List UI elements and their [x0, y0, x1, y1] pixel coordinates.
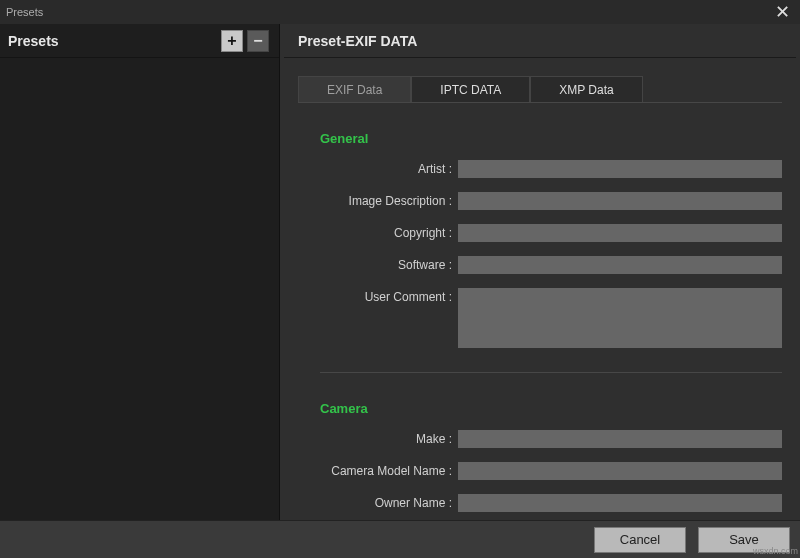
tab-label: EXIF Data	[327, 83, 382, 97]
tab-label: XMP Data	[559, 83, 613, 97]
label-software: Software :	[298, 256, 458, 272]
label-owner-name: Owner Name :	[298, 494, 458, 510]
presets-window: Presets ✕ Presets + − Preset-EXIF DATA	[0, 0, 800, 558]
remove-preset-button[interactable]: −	[247, 30, 269, 52]
label-camera-model-name: Camera Model Name :	[298, 462, 458, 478]
main-header: Preset-EXIF DATA	[284, 24, 796, 58]
input-copyright[interactable]	[458, 224, 782, 242]
tab-label: IPTC DATA	[440, 83, 501, 97]
label-image-description: Image Description :	[298, 192, 458, 208]
field-row-artist: Artist :	[298, 160, 782, 178]
cancel-button[interactable]: Cancel	[594, 527, 686, 553]
field-row-user-comment: User Comment :	[298, 288, 782, 348]
field-row-software: Software :	[298, 256, 782, 274]
input-make[interactable]	[458, 430, 782, 448]
input-artist[interactable]	[458, 160, 782, 178]
label-copyright: Copyright :	[298, 224, 458, 240]
section-title-camera: Camera	[320, 401, 782, 416]
field-row-camera-model-name: Camera Model Name :	[298, 462, 782, 480]
label-artist: Artist :	[298, 160, 458, 176]
footer: Cancel Save	[0, 520, 800, 558]
titlebar: Presets ✕	[0, 0, 800, 24]
field-row-image-description: Image Description :	[298, 192, 782, 210]
input-owner-name[interactable]	[458, 494, 782, 512]
field-row-owner-name: Owner Name :	[298, 494, 782, 512]
body: Presets + − Preset-EXIF DATA EXIF Data	[0, 24, 800, 520]
preset-list	[0, 58, 279, 520]
input-image-description[interactable]	[458, 192, 782, 210]
form-area: General Artist : Image Description : Cop…	[284, 103, 796, 520]
tab-exif-data[interactable]: EXIF Data	[298, 76, 411, 102]
save-button[interactable]: Save	[698, 527, 790, 553]
field-row-copyright: Copyright :	[298, 224, 782, 242]
sidebar: Presets + −	[0, 24, 280, 520]
close-icon[interactable]: ✕	[771, 3, 794, 21]
sidebar-header: Presets + −	[0, 24, 279, 58]
sidebar-title: Presets	[8, 33, 217, 49]
tab-xmp-data[interactable]: XMP Data	[530, 76, 642, 102]
field-row-make: Make :	[298, 430, 782, 448]
section-separator	[320, 372, 782, 373]
main-title: Preset-EXIF DATA	[298, 33, 417, 49]
add-preset-button[interactable]: +	[221, 30, 243, 52]
input-camera-model-name[interactable]	[458, 462, 782, 480]
main-panel: Preset-EXIF DATA EXIF Data IPTC DATA XMP…	[280, 24, 800, 520]
tab-iptc-data[interactable]: IPTC DATA	[411, 76, 530, 102]
window-title: Presets	[6, 6, 43, 18]
input-user-comment[interactable]	[458, 288, 782, 348]
tab-row: EXIF Data IPTC DATA XMP Data	[284, 76, 796, 102]
plus-icon: +	[227, 32, 236, 50]
minus-icon: −	[253, 32, 262, 50]
label-user-comment: User Comment :	[298, 288, 458, 304]
section-title-general: General	[320, 131, 782, 146]
input-software[interactable]	[458, 256, 782, 274]
label-make: Make :	[298, 430, 458, 446]
